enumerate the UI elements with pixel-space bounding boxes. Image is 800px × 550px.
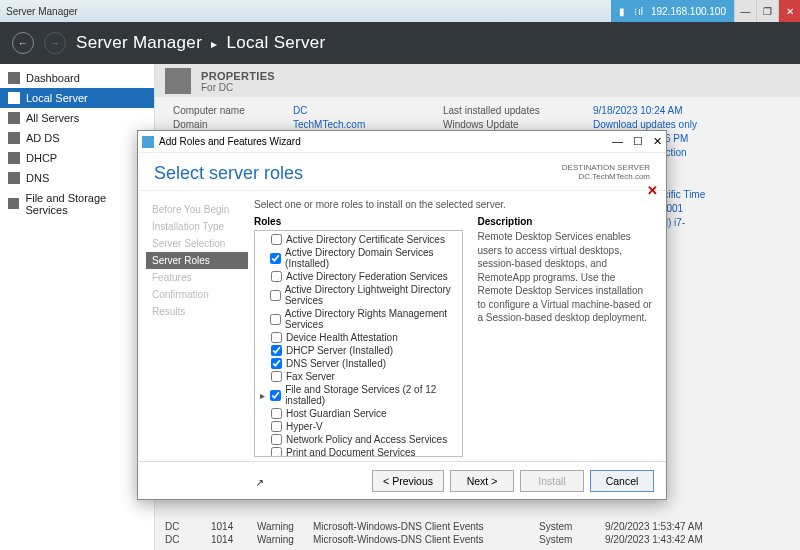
prop-value[interactable]: 9/18/2023 10:24 AM [593,105,753,116]
role-item[interactable]: Active Directory Domain Services (Instal… [259,246,458,270]
sidebar-item-label: DHCP [26,152,57,164]
sidebar-item-label: DNS [26,172,49,184]
sidebar-item-label: File and Storage Services [25,192,146,216]
role-checkbox[interactable] [271,332,282,343]
wizard-step[interactable]: Before You Begin [152,201,248,218]
role-item[interactable]: Print and Document Services [259,446,458,457]
wizard-header: Select server roles DESTINATION SERVER D… [138,153,666,190]
role-checkbox[interactable] [271,408,282,419]
sidebar-icon [8,72,20,84]
add-roles-wizard: Add Roles and Features Wizard — ☐ ✕ Sele… [137,130,667,500]
role-item[interactable]: Active Directory Rights Management Servi… [259,307,458,331]
role-checkbox[interactable] [270,390,281,401]
svg-rect-4 [8,152,20,164]
role-item[interactable]: ▸File and Storage Services (2 of 12 inst… [259,383,458,407]
wizard-steps: Before You BeginInstallation TypeServer … [138,191,248,461]
forward-button[interactable]: → [44,32,66,54]
role-checkbox[interactable] [271,271,282,282]
wizard-minimize-button[interactable]: — [612,135,623,148]
event-row[interactable]: DC1014WarningMicrosoft-Windows-DNS Clien… [165,520,790,533]
role-description: Remote Desktop Services enables users to… [477,230,652,325]
tray-ip: 192.168.100.100 [651,6,726,17]
wizard-step[interactable]: Server Roles [146,252,248,269]
wizard-title: Select server roles [154,163,303,184]
role-label: Device Health Attestation [286,332,398,343]
previous-button[interactable]: < Previous [372,470,444,492]
svg-rect-2 [8,112,20,124]
wizard-step[interactable]: Installation Type [152,218,248,235]
app-header: ← → Server Manager ▸ Local Server [0,22,800,64]
role-item[interactable]: Active Directory Certificate Services [259,233,458,246]
role-checkbox[interactable] [270,253,281,264]
prop-value[interactable]: DC [293,105,443,116]
roles-list[interactable]: Active Directory Certificate ServicesAct… [254,230,463,457]
role-item[interactable]: Host Guardian Service [259,407,458,420]
role-item[interactable]: Fax Server [259,370,458,383]
install-button[interactable]: Install [520,470,584,492]
sidebar: DashboardLocal ServerAll ServersAD DSDHC… [0,64,155,550]
role-item[interactable]: Active Directory Federation Services [259,270,458,283]
prop-value[interactable]: Download updates only [593,119,753,130]
role-checkbox[interactable] [271,447,282,457]
sidebar-item-local-server[interactable]: Local Server [0,88,154,108]
role-label: Active Directory Domain Services (Instal… [285,247,458,269]
cancel-button[interactable]: Cancel [590,470,654,492]
prop-value[interactable]: TechMTech.com [293,119,443,130]
role-checkbox[interactable] [271,345,282,356]
sidebar-item-ad-ds[interactable]: AD DS [0,128,154,148]
sidebar-item-file-and-storage-services[interactable]: File and Storage Services [0,188,154,220]
role-checkbox[interactable] [271,421,282,432]
wizard-step: Results [152,303,248,320]
role-checkbox[interactable] [271,371,282,382]
os-maximize-button[interactable]: ❐ [756,0,778,22]
sidebar-icon [8,92,20,104]
sidebar-item-dashboard[interactable]: Dashboard [0,68,154,88]
wizard-title-bar[interactable]: Add Roles and Features Wizard — ☐ ✕ [138,131,666,153]
wizard-maximize-button[interactable]: ☐ [633,135,643,148]
role-label: Active Directory Federation Services [286,271,448,282]
role-item[interactable]: Network Policy and Access Services [259,433,458,446]
sidebar-icon [8,132,20,144]
role-item[interactable]: DNS Server (Installed) [259,357,458,370]
wizard-step[interactable]: Server Selection [152,235,248,252]
role-checkbox[interactable] [271,234,282,245]
wizard-icon [142,136,154,148]
svg-rect-0 [8,72,20,84]
sidebar-item-dhcp[interactable]: DHCP [0,148,154,168]
role-label: Active Directory Lightweight Directory S… [285,284,459,306]
role-item[interactable]: Device Health Attestation [259,331,458,344]
sidebar-item-label: All Servers [26,112,79,124]
role-checkbox[interactable] [270,314,281,325]
wizard-step: Confirmation [152,286,248,303]
role-checkbox[interactable] [271,358,282,369]
role-checkbox[interactable] [271,434,282,445]
sidebar-item-all-servers[interactable]: All Servers [0,108,154,128]
breadcrumb-app[interactable]: Server Manager [76,33,202,52]
wizard-close-button[interactable]: ✕ [653,135,662,148]
role-item[interactable]: Active Directory Lightweight Directory S… [259,283,458,307]
destination-value: DC.TechMTech.com [562,172,650,181]
os-tray: ▮ ⫶ıl 192.168.100.100 [611,0,734,22]
breadcrumb-page[interactable]: Local Server [226,33,325,52]
role-checkbox[interactable] [270,290,281,301]
sidebar-item-dns[interactable]: DNS [0,168,154,188]
events-panel: DC1014WarningMicrosoft-Windows-DNS Clien… [155,516,800,550]
os-window-controls: — ❐ ✕ [734,0,800,22]
svg-rect-3 [8,132,20,144]
os-minimize-button[interactable]: — [734,0,756,22]
back-button[interactable]: ← [12,32,34,54]
role-item[interactable]: DHCP Server (Installed) [259,344,458,357]
os-close-button[interactable]: ✕ [778,0,800,22]
svg-rect-1 [8,92,20,104]
expand-icon[interactable]: ▸ [259,390,266,401]
event-row[interactable]: DC1014WarningMicrosoft-Windows-DNS Clien… [165,533,790,546]
error-close-icon[interactable]: ✕ [647,183,658,198]
sidebar-icon [8,172,20,184]
wizard-window-title: Add Roles and Features Wizard [159,136,301,147]
properties-heading: PROPERTIES [201,70,790,82]
tray-network-icon: ▮ [619,6,625,17]
prop-label: Last installed updates [443,105,593,116]
role-label: Fax Server [286,371,335,382]
next-button[interactable]: Next > [450,470,514,492]
role-item[interactable]: Hyper-V [259,420,458,433]
